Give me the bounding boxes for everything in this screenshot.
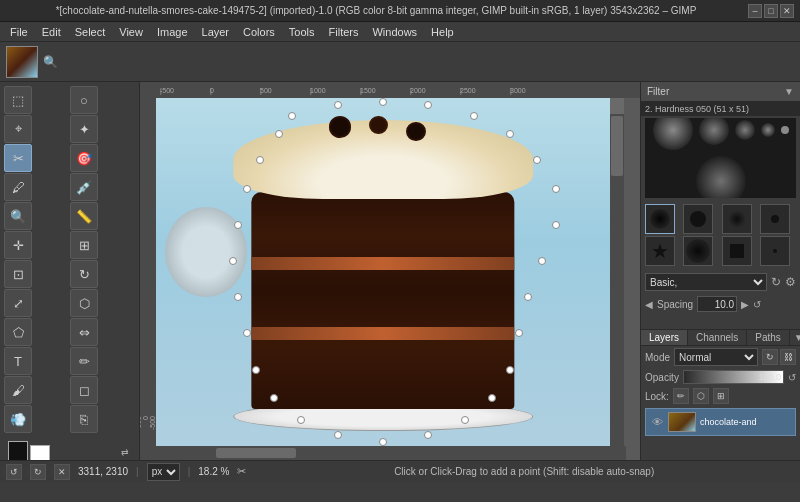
tool-fuzzy-select[interactable]: ✦ bbox=[70, 115, 98, 143]
brush-small[interactable] bbox=[760, 204, 790, 234]
blend-mode-select[interactable]: Normal bbox=[674, 348, 758, 366]
canvas-background bbox=[156, 98, 610, 460]
menu-image[interactable]: Image bbox=[151, 25, 194, 39]
scroll-thumb-vertical[interactable] bbox=[611, 116, 623, 176]
brush-tiny[interactable] bbox=[760, 236, 790, 266]
oreo-1 bbox=[329, 116, 352, 138]
swap-colors[interactable]: ⇄ bbox=[121, 447, 129, 457]
tool-airbrush[interactable]: 💨 bbox=[4, 405, 32, 433]
brush-soft-large[interactable] bbox=[645, 204, 675, 234]
tool-shear[interactable]: ⬡ bbox=[70, 289, 98, 317]
minimize-button[interactable]: – bbox=[748, 4, 762, 18]
tool-eraser[interactable]: ◻ bbox=[70, 376, 98, 404]
zoom-icon[interactable]: 🔍 bbox=[40, 52, 60, 72]
brushes-section: Filter ▼ 2. Hardness 050 (51 x 51) bbox=[641, 82, 800, 330]
status-nav-right[interactable]: ↻ bbox=[30, 464, 46, 480]
layer-item[interactable]: 👁 chocolate-and bbox=[645, 408, 796, 436]
tool-pencil[interactable]: ✏ bbox=[70, 347, 98, 375]
spacing-input[interactable] bbox=[697, 296, 737, 312]
brush-select-row: Basic, ↻ ⚙ bbox=[641, 270, 800, 294]
menu-select[interactable]: Select bbox=[69, 25, 112, 39]
mode-row-layers: Mode Normal ↻ ⛓ bbox=[641, 346, 800, 368]
tool-rotate[interactable]: ↻ bbox=[70, 260, 98, 288]
opacity-slider[interactable]: 100.0 bbox=[683, 370, 784, 384]
tool-free-select[interactable]: ⌖ bbox=[4, 115, 32, 143]
image-canvas[interactable] bbox=[156, 98, 624, 460]
tool-rect-select[interactable]: ⬚ bbox=[4, 86, 32, 114]
brushes-menu-btn[interactable]: ▼ bbox=[784, 86, 794, 97]
brush-soft-medium[interactable] bbox=[722, 204, 752, 234]
menu-filters[interactable]: Filters bbox=[323, 25, 365, 39]
tool-perspective[interactable]: ⬠ bbox=[4, 318, 32, 346]
status-zoom-value: 18.2 % bbox=[198, 466, 229, 477]
right-panel: Filter ▼ 2. Hardness 050 (51 x 51) bbox=[640, 82, 800, 460]
status-unit-select[interactable]: px bbox=[147, 463, 180, 481]
tool-scale[interactable]: ⤢ bbox=[4, 289, 32, 317]
brush-type-select[interactable]: Basic, bbox=[645, 273, 767, 291]
menu-view[interactable]: View bbox=[113, 25, 149, 39]
brush-square[interactable] bbox=[722, 236, 752, 266]
tab-layers[interactable]: Layers bbox=[641, 330, 688, 345]
status-nav-left[interactable]: ↺ bbox=[6, 464, 22, 480]
brush-preview-dot-3 bbox=[735, 120, 755, 140]
layer-name: chocolate-and bbox=[700, 417, 791, 427]
layers-menu-btn[interactable]: ▼ bbox=[790, 330, 800, 345]
menu-help[interactable]: Help bbox=[425, 25, 460, 39]
tool-text[interactable]: T bbox=[4, 347, 32, 375]
menu-windows[interactable]: Windows bbox=[366, 25, 423, 39]
status-zoom-fit[interactable]: ✕ bbox=[54, 464, 70, 480]
menu-layer[interactable]: Layer bbox=[196, 25, 236, 39]
canvas-scrollbar-horizontal[interactable] bbox=[156, 446, 626, 460]
lock-pixel-btn[interactable]: ✏ bbox=[673, 388, 689, 404]
tool-move[interactable]: ✛ bbox=[4, 231, 32, 259]
tool-paths[interactable]: 🖊 bbox=[4, 173, 32, 201]
tool-clone[interactable]: ⎘ bbox=[70, 405, 98, 433]
tool-measure[interactable]: 📏 bbox=[70, 202, 98, 230]
background-color[interactable] bbox=[30, 445, 50, 460]
canvas-area[interactable]: -500 0 500 1000 1500 2000 2500 3000 -500… bbox=[140, 82, 640, 460]
foreground-color[interactable] bbox=[8, 441, 28, 460]
tool-zoom[interactable]: 🔍 bbox=[4, 202, 32, 230]
spacing-icon-left[interactable]: ◀ bbox=[645, 299, 653, 310]
image-thumbnail[interactable] bbox=[6, 46, 38, 78]
layer-visibility-icon[interactable]: 👁 bbox=[650, 415, 664, 429]
tool-crop[interactable]: ⊡ bbox=[4, 260, 32, 288]
opacity-reset-icon[interactable]: ↺ bbox=[788, 372, 796, 383]
tab-channels[interactable]: Channels bbox=[688, 330, 747, 345]
tool-color-picker[interactable]: 💉 bbox=[70, 173, 98, 201]
lock-position-btn[interactable]: ⊞ bbox=[713, 388, 729, 404]
tool-align[interactable]: ⊞ bbox=[70, 231, 98, 259]
brush-star[interactable]: ★ bbox=[645, 236, 675, 266]
brush-settings-icon[interactable]: ⚙ bbox=[785, 275, 796, 289]
cake-scene bbox=[156, 98, 610, 460]
tool-paintbrush[interactable]: 🖌 bbox=[4, 376, 32, 404]
lock-alpha-btn[interactable]: ⬡ bbox=[693, 388, 709, 404]
tool-scissors[interactable]: ✂ bbox=[4, 144, 32, 172]
brush-hard-medium[interactable] bbox=[683, 204, 713, 234]
brushes-header: Filter ▼ bbox=[641, 82, 800, 102]
canvas-scrollbar-vertical[interactable] bbox=[610, 114, 624, 460]
tool-foreground-select[interactable]: 🎯 bbox=[70, 144, 98, 172]
menu-colors[interactable]: Colors bbox=[237, 25, 281, 39]
maximize-button[interactable]: □ bbox=[764, 4, 778, 18]
mode-icon-2[interactable]: ⛓ bbox=[780, 349, 796, 365]
menu-file[interactable]: File bbox=[4, 25, 34, 39]
mode-icon-1[interactable]: ↻ bbox=[762, 349, 778, 365]
spacing-reset-icon[interactable]: ↺ bbox=[753, 299, 761, 310]
brush-large-soft[interactable] bbox=[683, 236, 713, 266]
layers-tabs: Layers Channels Paths ▼ bbox=[641, 330, 800, 346]
tool-ellipse-select[interactable]: ○ bbox=[70, 86, 98, 114]
menu-edit[interactable]: Edit bbox=[36, 25, 67, 39]
spacing-row: ◀ Spacing ▶ ↺ bbox=[641, 294, 800, 314]
left-plate-bg bbox=[165, 207, 247, 298]
scroll-thumb-horizontal[interactable] bbox=[216, 448, 296, 458]
brush-refresh-icon[interactable]: ↻ bbox=[771, 275, 781, 289]
menu-tools[interactable]: Tools bbox=[283, 25, 321, 39]
spacing-icon-right[interactable]: ▶ bbox=[741, 299, 749, 310]
tool-flip[interactable]: ⇔ bbox=[70, 318, 98, 346]
status-message: Click or Click-Drag to add a point (Shif… bbox=[254, 466, 794, 477]
tab-paths[interactable]: Paths bbox=[747, 330, 790, 345]
layers-section: Layers Channels Paths ▼ Mode Normal ↻ ⛓ … bbox=[641, 330, 800, 460]
close-button[interactable]: ✕ bbox=[780, 4, 794, 18]
toolbar-top: 🔍 bbox=[0, 42, 800, 82]
